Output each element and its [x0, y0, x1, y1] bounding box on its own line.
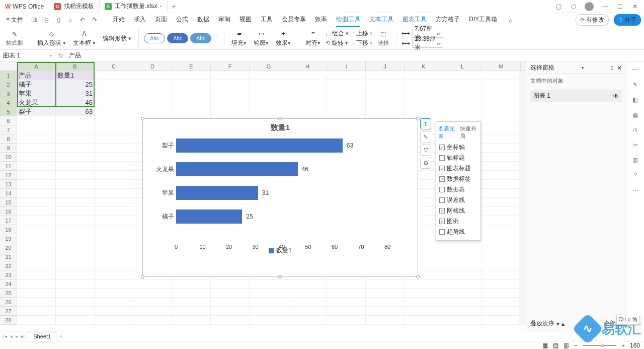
cell[interactable]	[327, 316, 366, 325]
cell[interactable]	[56, 134, 95, 144]
cell[interactable]	[95, 280, 133, 289]
cell[interactable]	[95, 307, 133, 316]
cell[interactable]	[95, 98, 133, 107]
cell[interactable]	[288, 71, 327, 80]
align-group[interactable]: ≡对齐▾	[303, 30, 323, 47]
cell[interactable]	[482, 189, 521, 198]
cell[interactable]	[56, 307, 95, 316]
effect-group[interactable]: ✦效果▾	[274, 30, 293, 47]
select-group[interactable]: ⬚选择	[376, 30, 391, 47]
more-styles[interactable]: ⋮	[213, 35, 219, 42]
cell[interactable]	[17, 225, 56, 234]
cell[interactable]: 数量1	[56, 71, 95, 80]
cell[interactable]	[17, 243, 56, 252]
col-header[interactable]: D	[133, 62, 172, 71]
checkbox[interactable]: ✓	[439, 166, 445, 171]
move-down-icon[interactable]: ▾	[556, 320, 559, 327]
checkbox[interactable]	[439, 197, 445, 203]
col-header[interactable]: J	[366, 62, 405, 71]
cell[interactable]	[17, 216, 56, 225]
cell[interactable]	[288, 80, 327, 89]
cell[interactable]	[482, 125, 521, 134]
cell[interactable]	[482, 225, 521, 234]
cell[interactable]	[327, 307, 366, 316]
cell[interactable]	[366, 98, 405, 107]
cell[interactable]	[56, 234, 95, 243]
cell[interactable]	[327, 107, 366, 116]
cell[interactable]	[250, 298, 288, 307]
add-sheet-button[interactable]: +	[59, 333, 62, 339]
cell[interactable]	[366, 298, 405, 307]
cell[interactable]	[482, 134, 521, 144]
chart-element-option[interactable]: ✓图表标题	[438, 163, 478, 174]
row-header[interactable]: 24	[0, 280, 17, 289]
cell[interactable]	[405, 107, 443, 116]
row-header[interactable]: 22	[0, 261, 17, 270]
cell[interactable]	[211, 107, 250, 116]
col-header[interactable]: I	[327, 62, 366, 71]
cell[interactable]	[56, 216, 95, 225]
cell[interactable]	[250, 316, 288, 325]
cell[interactable]	[482, 261, 521, 270]
sidebar-select-icon[interactable]: ↖	[631, 80, 640, 89]
cell[interactable]	[482, 207, 521, 216]
cell[interactable]	[482, 98, 521, 107]
row-header[interactable]: 7	[0, 125, 17, 134]
cell[interactable]	[17, 270, 56, 280]
chart-settings-button[interactable]: ⚙	[420, 158, 431, 169]
cell[interactable]	[95, 316, 133, 325]
save-icon[interactable]: 🖫	[30, 16, 38, 24]
menu-tab[interactable]: 公式	[176, 13, 188, 27]
vertical-scrollbar[interactable]	[519, 71, 526, 325]
row-header[interactable]: 6	[0, 116, 17, 125]
cell[interactable]	[172, 307, 211, 316]
cell[interactable]	[405, 98, 443, 107]
resize-handle[interactable]	[141, 275, 144, 278]
cell[interactable]	[482, 234, 521, 243]
chart-element-option[interactable]: ✓图例	[438, 216, 478, 227]
cell[interactable]	[95, 116, 133, 125]
height-input[interactable]: 13.38厘米▴▾	[412, 39, 443, 48]
cell[interactable]	[17, 116, 56, 125]
cell[interactable]	[56, 180, 95, 189]
cell[interactable]	[172, 107, 211, 116]
sidebar-gallery-icon[interactable]: ▦	[631, 110, 640, 119]
cell[interactable]	[288, 298, 327, 307]
row-header[interactable]: 19	[0, 234, 17, 243]
row-header[interactable]: 18	[0, 225, 17, 234]
chart-bar[interactable]	[176, 210, 242, 224]
cell[interactable]	[95, 144, 133, 153]
cell[interactable]	[405, 71, 443, 80]
shape-style-3[interactable]: Abc	[190, 33, 211, 43]
minimize-button[interactable]: —	[601, 3, 609, 11]
titlebar-tab-workbook[interactable]: S 工作簿数量.xlsx •	[100, 0, 168, 13]
checkbox[interactable]: ✓	[439, 145, 445, 150]
cell[interactable]	[17, 234, 56, 243]
cell[interactable]	[482, 280, 521, 289]
sheet-prev-icon[interactable]: ◂	[10, 333, 13, 339]
cell[interactable]: 63	[56, 107, 95, 116]
name-box[interactable]: 图表 1▾	[0, 50, 55, 61]
share-button[interactable]: ⇪ 分享	[614, 14, 641, 26]
cell[interactable]	[17, 162, 56, 171]
cell[interactable]	[482, 307, 521, 316]
cell[interactable]	[95, 89, 133, 98]
cell[interactable]	[288, 89, 327, 98]
cell[interactable]	[56, 225, 95, 234]
checkbox[interactable]: ✓	[439, 219, 445, 224]
maximize-button[interactable]: ☐	[616, 3, 624, 11]
popup-tab-layout[interactable]: 快速布局	[460, 125, 478, 140]
cell[interactable]	[250, 280, 288, 289]
cell[interactable]	[133, 307, 172, 316]
outline-group[interactable]: ▭轮廓▾	[252, 30, 271, 47]
menu-tab[interactable]: 审阅	[218, 13, 230, 27]
cell[interactable]	[56, 189, 95, 198]
cell[interactable]	[17, 307, 56, 316]
cell[interactable]	[17, 280, 56, 289]
row-header[interactable]: 14	[0, 189, 17, 198]
cell[interactable]	[443, 71, 482, 80]
cell[interactable]	[17, 252, 56, 261]
cell[interactable]	[482, 243, 521, 252]
undo-icon[interactable]: ↶	[78, 16, 87, 24]
cell[interactable]	[482, 71, 521, 80]
